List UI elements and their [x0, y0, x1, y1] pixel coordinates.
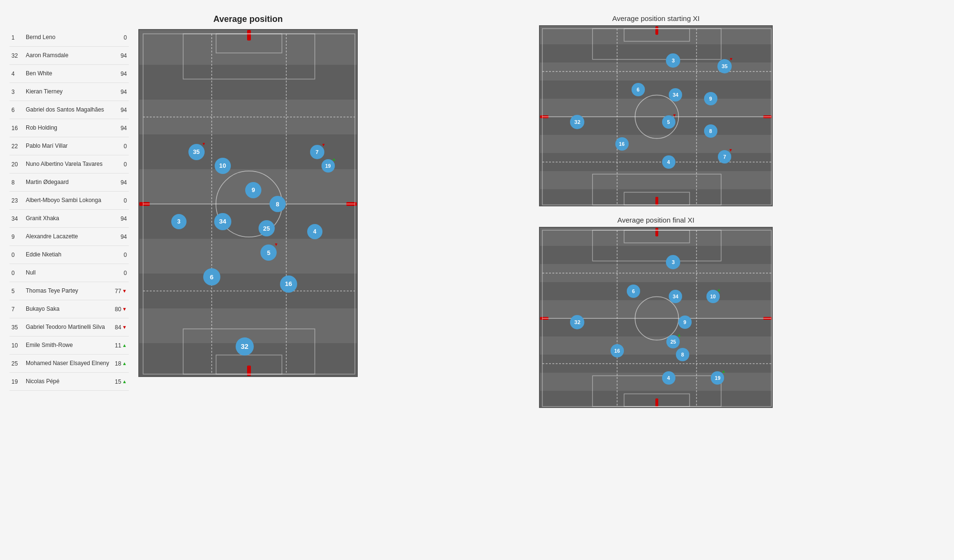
right-marker: [763, 317, 772, 320]
player-dot: 4: [662, 371, 675, 385]
player-name: Gabriel dos Santos Magalhães: [26, 106, 113, 114]
player-minutes: 11▲: [113, 342, 127, 349]
player-name: Thomas Teye Partey: [26, 287, 113, 295]
player-row: 5Thomas Teye Partey77▼: [10, 282, 129, 300]
substitution-up-icon: ▲: [721, 369, 726, 374]
player-number: 35: [11, 324, 26, 331]
player-dot: 7▼: [310, 145, 324, 159]
player-name: Albert-Mboyo Sambi Lokonga: [26, 197, 113, 204]
player-minutes: 18▲: [113, 360, 127, 367]
player-dot: 34: [669, 88, 682, 102]
substitution-down-icon: ▼: [321, 143, 326, 147]
player-dot: 10▲: [706, 290, 720, 303]
bottom-marker: [655, 197, 658, 205]
arrow-down-icon: ▼: [122, 325, 127, 330]
left-marker: [139, 202, 150, 206]
player-row: 16Rob Holding94: [10, 119, 129, 137]
player-name: Ben White: [26, 70, 113, 78]
player-name: Eddie Nketiah: [26, 251, 113, 259]
player-minutes: 94: [113, 107, 127, 113]
player-row: 6Gabriel dos Santos Magalhães94: [10, 101, 129, 119]
player-row: 3Kieran Tierney94: [10, 83, 129, 101]
player-row: 22Pablo Marí Villar0: [10, 137, 129, 155]
player-dot: 9: [245, 182, 261, 198]
player-number: 0: [11, 270, 26, 276]
player-dot: 34: [214, 213, 231, 230]
player-minutes: 84▼: [113, 324, 127, 331]
player-minutes: 94: [113, 234, 127, 240]
substitution-up-icon: ▲: [332, 157, 336, 162]
player-row: 7Bukayo Saka80▼: [10, 300, 129, 318]
player-number: 4: [11, 71, 26, 77]
player-row: 23Albert-Mboyo Sambi Lokonga0: [10, 192, 129, 210]
player-name: Mohamed Naser Elsayed Elneny: [26, 360, 113, 367]
player-dot: 10: [215, 158, 231, 174]
player-row: 4Ben White94: [10, 65, 129, 83]
player-dot: 32: [236, 337, 254, 356]
player-number: 8: [11, 179, 26, 186]
arrow-down-icon: ▼: [122, 306, 127, 312]
player-dot: 25: [259, 220, 275, 236]
player-number: 7: [11, 306, 26, 313]
player-number: 5: [11, 288, 26, 295]
player-dot: 16: [611, 344, 624, 357]
player-row: 34Granit Xhaka94: [10, 210, 129, 228]
player-number: 23: [11, 197, 26, 204]
player-minutes: 94: [113, 71, 127, 77]
substitution-down-icon: ▼: [673, 113, 677, 118]
player-dot: 16: [615, 137, 629, 151]
player-number: 34: [11, 215, 26, 222]
center-panel: Average position 35▼10987▼19▲342535▼4616…: [138, 10, 358, 550]
player-dot: 32: [570, 115, 584, 129]
player-dot: 8: [704, 124, 717, 138]
player-minutes: 0: [113, 161, 127, 168]
player-dot: 19▲: [711, 371, 724, 385]
player-number: 16: [11, 125, 26, 132]
player-row: 20Nuno Albertino Varela Tavares0: [10, 155, 129, 173]
player-minutes: 94: [113, 215, 127, 222]
player-number: 20: [11, 161, 26, 168]
player-name: Emile Smith-Rowe: [26, 342, 113, 349]
player-minutes: 80▼: [113, 306, 127, 313]
player-minutes: 0: [113, 197, 127, 204]
player-dot: 9: [678, 316, 692, 329]
player-row: 0Eddie Nketiah0: [10, 246, 129, 264]
player-dot: 5▼: [260, 244, 277, 261]
final-title: Average position final XI: [617, 216, 695, 224]
left-marker: [540, 317, 549, 320]
player-minutes: 0: [113, 34, 127, 41]
substitution-down-icon: ▼: [274, 242, 278, 247]
player-row: 19Nicolas Pépé15▲: [10, 373, 129, 391]
player-dot: 3: [666, 53, 680, 68]
arrow-down-icon: ▼: [122, 288, 127, 294]
player-minutes: 0: [113, 143, 127, 150]
player-dot: 3: [666, 255, 680, 269]
player-row: 1Bernd Leno0: [10, 29, 129, 47]
player-number: 25: [11, 360, 26, 367]
player-dot: 6: [627, 285, 640, 298]
player-name: Alexandre Lacazette: [26, 233, 113, 241]
main-pitch: 35▼10987▼19▲342535▼461632: [138, 29, 358, 377]
player-number: 19: [11, 378, 26, 385]
starting-pitch: 335▼6349325▼81647▼: [539, 25, 773, 206]
player-number: 6: [11, 107, 26, 113]
player-dot: 34: [669, 290, 682, 303]
player-minutes: 94: [113, 125, 127, 132]
player-dot: 19▲: [321, 159, 335, 173]
player-number: 32: [11, 52, 26, 59]
player-dot: 3: [171, 214, 187, 229]
player-name: Kieran Tierney: [26, 88, 113, 96]
player-name: Granit Xhaka: [26, 215, 113, 223]
player-name: Aaron Ramsdale: [26, 52, 113, 60]
player-name: Martin Ødegaard: [26, 179, 113, 186]
player-row: 9Alexandre Lacazette94: [10, 228, 129, 246]
player-name: Rob Holding: [26, 124, 113, 132]
player-name: Gabriel Teodoro Martinelli Silva: [26, 324, 113, 331]
player-minutes: 15▲: [113, 378, 127, 385]
player-dot: 9: [704, 92, 717, 105]
final-section: Average position final XI 363410▲32925▲1…: [367, 216, 944, 408]
top-marker: [655, 26, 658, 35]
player-row: 10Emile Smith-Rowe11▲: [10, 336, 129, 355]
player-dot: 4: [662, 155, 675, 169]
right-panel: Average position starting XI 335▼6349325…: [367, 10, 944, 550]
